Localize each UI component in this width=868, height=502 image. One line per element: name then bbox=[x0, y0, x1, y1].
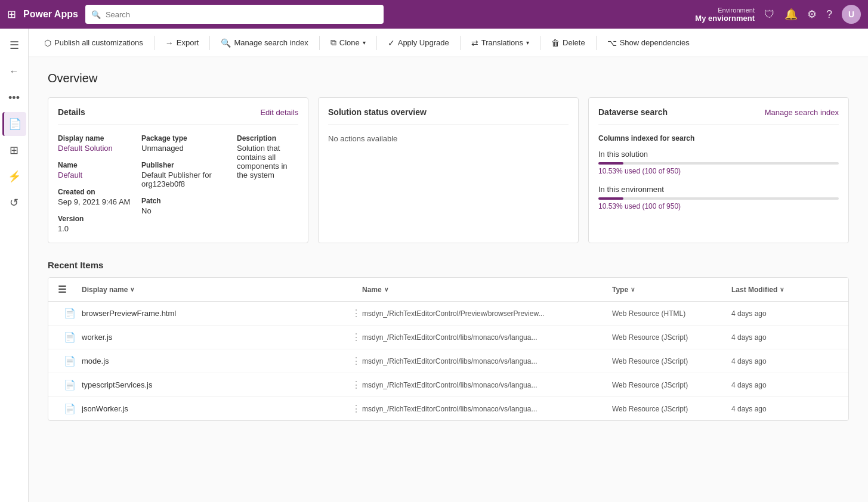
search-input[interactable] bbox=[106, 10, 378, 19]
display-name-value[interactable]: Default Solution bbox=[58, 144, 141, 153]
show-dependencies-button[interactable]: ⌥ Show dependencies bbox=[601, 35, 696, 51]
topbar-right: Environment My enviornment 🛡 🔔 ⚙ ? U bbox=[695, 5, 861, 24]
row-type: Web Resource (HTML) bbox=[612, 309, 731, 318]
cards-row: Details Edit details Display name Defaul… bbox=[48, 97, 849, 243]
clone-icon: ⧉ bbox=[330, 38, 336, 48]
row-type: Web Resource (JScript) bbox=[612, 381, 731, 389]
search-bar[interactable]: 🔍 bbox=[85, 5, 384, 24]
type-sort-icon: ∨ bbox=[631, 286, 635, 293]
avatar[interactable]: U bbox=[842, 5, 861, 24]
row-display-name[interactable]: jsonWorker.js bbox=[82, 404, 350, 413]
row-type: Web Resource (JScript) bbox=[612, 357, 731, 365]
sidebar-item-solutions[interactable]: ⊞ bbox=[2, 138, 26, 162]
apply-upgrade-button[interactable]: ✓ Apply Upgrade bbox=[382, 35, 455, 51]
page-title: Overview bbox=[48, 72, 849, 85]
name-value[interactable]: Default bbox=[58, 171, 141, 179]
col-header-spacer bbox=[350, 284, 362, 295]
publish-icon: ⬡ bbox=[44, 38, 51, 48]
in-environment-bar-fill bbox=[598, 197, 623, 200]
export-button[interactable]: → Export bbox=[159, 35, 205, 51]
patch-value: No bbox=[141, 206, 237, 215]
manage-search-icon: 🔍 bbox=[221, 38, 231, 48]
version-label: Version bbox=[58, 215, 141, 223]
clone-chevron: ▾ bbox=[363, 39, 366, 46]
row-file-icon: 📄 bbox=[58, 403, 82, 414]
in-solution-percent: 10.53% used (100 of 950) bbox=[598, 167, 839, 175]
details-col-3: Description Solution that contains all c… bbox=[237, 134, 298, 233]
publish-button[interactable]: ⬡ Publish all customizations bbox=[38, 35, 149, 51]
row-more-options[interactable]: ⋮ bbox=[350, 355, 362, 367]
manage-search-button[interactable]: 🔍 Manage search index bbox=[215, 35, 314, 51]
environment-info: Environment My enviornment bbox=[695, 7, 755, 23]
row-file-icon: 📄 bbox=[58, 379, 82, 391]
notifications-icon[interactable]: 🔔 bbox=[784, 8, 798, 21]
main-area: ⬡ Publish all customizations → Export 🔍 … bbox=[29, 29, 868, 502]
publisher-value: Default Publisher for org123eb0f8 bbox=[141, 171, 237, 188]
toolbar-separator-3 bbox=[319, 36, 320, 50]
sidebar-item-data[interactable]: ⚡ bbox=[2, 165, 26, 188]
environment-icon[interactable]: 🛡 bbox=[764, 8, 775, 21]
sidebar-item-more[interactable]: ••• bbox=[2, 86, 26, 110]
environment-name: My enviornment bbox=[695, 14, 755, 23]
row-display-name[interactable]: worker.js bbox=[82, 333, 350, 342]
in-solution-label: In this solution bbox=[598, 150, 839, 159]
name-label: Name bbox=[58, 161, 141, 169]
row-last-modified: 4 days ago bbox=[731, 381, 839, 389]
row-display-name[interactable]: browserPreviewFrame.html bbox=[82, 309, 350, 318]
solution-status-card: Solution status overview No actions avai… bbox=[318, 97, 579, 243]
row-name: msdyn_/RichTextEditorControl/libs/monaco… bbox=[362, 381, 612, 389]
delete-button[interactable]: 🗑 Delete bbox=[545, 35, 591, 51]
row-name: msdyn_/RichTextEditorControl/libs/monaco… bbox=[362, 357, 612, 365]
row-type: Web Resource (JScript) bbox=[612, 333, 731, 342]
created-on-group: Created on Sep 9, 2021 9:46 AM bbox=[58, 188, 141, 206]
publisher-label: Publisher bbox=[141, 161, 237, 169]
package-type-value: Unmanaged bbox=[141, 144, 237, 153]
row-more-options[interactable]: ⋮ bbox=[350, 379, 362, 391]
in-environment-section: In this environment 10.53% used (100 of … bbox=[598, 185, 839, 210]
details-card-header: Details Edit details bbox=[58, 107, 298, 125]
help-icon[interactable]: ? bbox=[826, 8, 832, 21]
sidebar-item-back[interactable]: ← bbox=[2, 60, 26, 83]
edit-details-link[interactable]: Edit details bbox=[260, 108, 298, 117]
grid-icon[interactable]: ⊞ bbox=[7, 8, 16, 21]
translations-button[interactable]: ⇄ Translations ▾ bbox=[465, 35, 535, 51]
dataverse-search-card: Dataverse search Manage search index Col… bbox=[588, 97, 849, 243]
apply-upgrade-icon: ✓ bbox=[388, 38, 395, 48]
toolbar-separator-6 bbox=[540, 36, 540, 50]
in-environment-percent: 10.53% used (100 of 950) bbox=[598, 202, 839, 210]
toolbar: ⬡ Publish all customizations → Export 🔍 … bbox=[29, 29, 868, 57]
row-display-name[interactable]: typescriptServices.js bbox=[82, 380, 350, 389]
in-environment-label: In this environment bbox=[598, 185, 839, 194]
col-header-type[interactable]: Type ∨ bbox=[612, 284, 731, 295]
sidebar-item-pages[interactable]: 📄 bbox=[2, 112, 26, 136]
col-header-icon: ☰ bbox=[58, 284, 82, 295]
table-header: ☰ Display name ∨ Name ∨ Type bbox=[48, 278, 848, 302]
manage-search-index-link[interactable]: Manage search index bbox=[765, 108, 839, 117]
patch-group: Patch No bbox=[141, 197, 237, 215]
col-header-display-name[interactable]: Display name ∨ bbox=[82, 284, 350, 295]
created-on-value: Sep 9, 2021 9:46 AM bbox=[58, 197, 141, 206]
row-more-options[interactable]: ⋮ bbox=[350, 331, 362, 343]
sidebar-item-menu[interactable]: ☰ bbox=[2, 33, 26, 57]
details-card: Details Edit details Display name Defaul… bbox=[48, 97, 308, 243]
table-row: 📄 typescriptServices.js ⋮ msdyn_/RichTex… bbox=[48, 373, 848, 397]
col-header-name[interactable]: Name ∨ bbox=[362, 284, 612, 295]
row-more-options[interactable]: ⋮ bbox=[350, 308, 362, 319]
sidebar-item-history[interactable]: ↺ bbox=[2, 191, 26, 215]
display-name-sort-icon: ∨ bbox=[130, 286, 134, 293]
version-value: 1.0 bbox=[58, 224, 141, 233]
recent-items-title: Recent Items bbox=[48, 260, 849, 270]
toolbar-separator-2 bbox=[209, 36, 210, 50]
clone-button[interactable]: ⧉ Clone ▾ bbox=[325, 34, 372, 51]
settings-icon[interactable]: ⚙ bbox=[807, 8, 817, 21]
table-row: 📄 jsonWorker.js ⋮ msdyn_/RichTextEditorC… bbox=[48, 397, 848, 420]
package-type-label: Package type bbox=[141, 134, 237, 142]
col-header-last-modified[interactable]: Last Modified ∨ bbox=[731, 284, 839, 295]
in-environment-bar bbox=[598, 197, 839, 200]
dataverse-search-header: Dataverse search Manage search index bbox=[598, 107, 839, 125]
dataverse-search-title: Dataverse search bbox=[598, 107, 668, 117]
package-type-group: Package type Unmanaged bbox=[141, 134, 237, 153]
export-icon: → bbox=[165, 38, 174, 48]
row-more-options[interactable]: ⋮ bbox=[350, 403, 362, 414]
row-display-name[interactable]: mode.js bbox=[82, 357, 350, 365]
